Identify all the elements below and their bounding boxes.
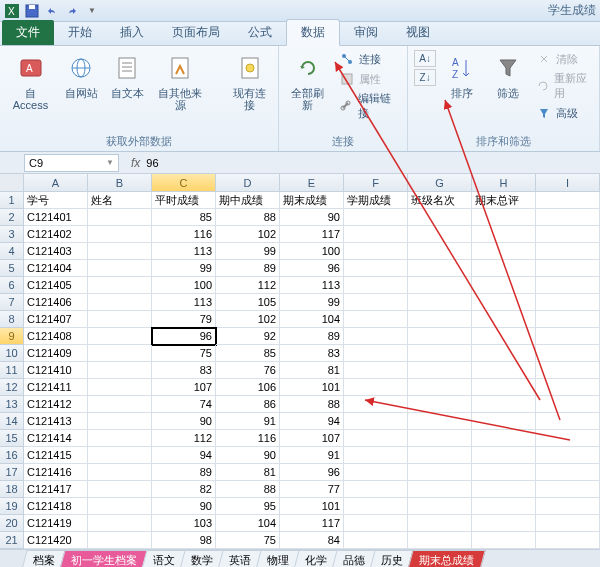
row-header[interactable]: 2 [0, 209, 24, 226]
cell[interactable]: 100 [280, 243, 344, 260]
cell[interactable]: 102 [216, 226, 280, 243]
cell[interactable] [536, 260, 600, 277]
cell[interactable] [536, 328, 600, 345]
cell[interactable]: 81 [280, 362, 344, 379]
cell[interactable] [344, 277, 408, 294]
cell[interactable] [344, 209, 408, 226]
cell[interactable]: 107 [280, 430, 344, 447]
cell[interactable] [408, 243, 472, 260]
cell[interactable]: C121410 [24, 362, 88, 379]
cell[interactable] [536, 362, 600, 379]
cell[interactable] [344, 481, 408, 498]
advanced-button[interactable]: 高级 [534, 104, 593, 122]
cell[interactable]: 90 [280, 209, 344, 226]
cell[interactable]: C121403 [24, 243, 88, 260]
cell[interactable]: C121413 [24, 413, 88, 430]
cell[interactable] [344, 294, 408, 311]
connections-button[interactable]: 连接 [337, 50, 401, 68]
select-all-corner[interactable] [0, 174, 24, 192]
namebox-dropdown-icon[interactable]: ▼ [106, 158, 114, 167]
row-header[interactable]: 20 [0, 515, 24, 532]
cell[interactable] [344, 396, 408, 413]
cell[interactable] [408, 464, 472, 481]
cell[interactable] [88, 481, 152, 498]
cell[interactable] [472, 226, 536, 243]
column-header[interactable]: H [472, 174, 536, 192]
cell[interactable] [472, 260, 536, 277]
fx-icon[interactable]: fx [131, 156, 140, 170]
cell[interactable] [408, 294, 472, 311]
cell[interactable] [536, 294, 600, 311]
cell[interactable]: 104 [216, 515, 280, 532]
column-header[interactable]: G [408, 174, 472, 192]
cell[interactable] [536, 311, 600, 328]
cell[interactable]: 95 [216, 498, 280, 515]
cell[interactable]: 96 [280, 260, 344, 277]
cell[interactable]: 117 [280, 515, 344, 532]
cell[interactable]: 101 [280, 379, 344, 396]
row-header[interactable]: 17 [0, 464, 24, 481]
cell[interactable] [344, 328, 408, 345]
cell[interactable] [536, 515, 600, 532]
cell[interactable]: C121416 [24, 464, 88, 481]
from-web-button[interactable]: 自网站 [61, 50, 101, 101]
cell[interactable]: 74 [152, 396, 216, 413]
cell[interactable] [88, 379, 152, 396]
cell[interactable]: 99 [152, 260, 216, 277]
cell[interactable] [408, 345, 472, 362]
cell[interactable]: 77 [280, 481, 344, 498]
cell[interactable]: 102 [216, 311, 280, 328]
row-header[interactable]: 19 [0, 498, 24, 515]
row-header[interactable]: 13 [0, 396, 24, 413]
row-header[interactable]: 3 [0, 226, 24, 243]
cell[interactable] [344, 243, 408, 260]
cell[interactable]: C121415 [24, 447, 88, 464]
cell[interactable] [472, 413, 536, 430]
cell[interactable] [88, 532, 152, 549]
cell[interactable] [472, 345, 536, 362]
row-header[interactable]: 12 [0, 379, 24, 396]
column-header[interactable]: I [536, 174, 600, 192]
cell[interactable]: 85 [216, 345, 280, 362]
cell[interactable] [472, 464, 536, 481]
row-header[interactable]: 15 [0, 430, 24, 447]
cell[interactable] [472, 481, 536, 498]
cell[interactable] [344, 532, 408, 549]
cell[interactable]: C121401 [24, 209, 88, 226]
cell[interactable] [536, 226, 600, 243]
row-header[interactable]: 14 [0, 413, 24, 430]
cell[interactable]: 89 [152, 464, 216, 481]
tab-file[interactable]: 文件 [2, 20, 54, 45]
cell[interactable] [88, 498, 152, 515]
cell[interactable] [344, 260, 408, 277]
tab-formula[interactable]: 公式 [234, 20, 286, 45]
tab-review[interactable]: 审阅 [340, 20, 392, 45]
redo-icon[interactable] [64, 3, 80, 19]
cell[interactable]: 90 [216, 447, 280, 464]
cell[interactable]: 112 [216, 277, 280, 294]
row-header[interactable]: 11 [0, 362, 24, 379]
row-header[interactable]: 5 [0, 260, 24, 277]
cell[interactable] [88, 464, 152, 481]
cell[interactable] [408, 311, 472, 328]
cell[interactable]: 91 [216, 413, 280, 430]
cell[interactable] [344, 447, 408, 464]
cell[interactable]: 101 [280, 498, 344, 515]
cell[interactable]: 84 [280, 532, 344, 549]
cell[interactable]: C121408 [24, 328, 88, 345]
cell[interactable] [536, 447, 600, 464]
cell[interactable] [536, 532, 600, 549]
from-text-button[interactable]: 自文本 [107, 50, 147, 101]
cell[interactable]: 90 [152, 498, 216, 515]
cell[interactable]: 96 [152, 328, 216, 345]
cell[interactable] [408, 430, 472, 447]
cell[interactable]: 班级名次 [408, 192, 472, 209]
cell[interactable] [344, 413, 408, 430]
row-header[interactable]: 10 [0, 345, 24, 362]
cell[interactable] [472, 209, 536, 226]
cell[interactable]: 103 [152, 515, 216, 532]
cell[interactable] [472, 396, 536, 413]
cell[interactable]: 112 [152, 430, 216, 447]
cell[interactable] [88, 260, 152, 277]
cell[interactable] [408, 209, 472, 226]
